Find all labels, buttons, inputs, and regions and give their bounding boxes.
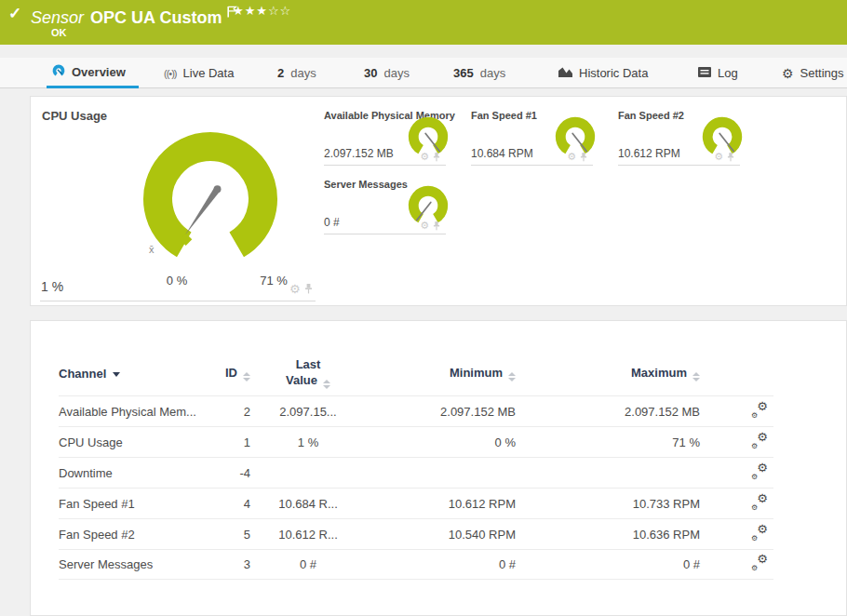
sort-arrows-icon xyxy=(243,372,250,382)
mini-panel-tools: ⚙ xyxy=(714,152,734,162)
mini-gauge-fan-speed-2: Fan Speed #2 10.612 RPM ⚙ xyxy=(618,106,740,166)
tab-label: Live Data xyxy=(183,66,235,80)
channel-settings-icon[interactable]: ⚙⚙ xyxy=(751,495,768,510)
channel-maximum: 71 % xyxy=(516,435,700,449)
page-title: OPC UA Custom xyxy=(90,8,222,27)
channel-last-value: 1 % xyxy=(262,435,355,449)
tab-2-days[interactable]: 2 days xyxy=(277,58,316,88)
cpu-usage-gauge xyxy=(136,125,285,274)
object-kind-label: Sensor xyxy=(31,8,84,27)
cpu-current-value: 1 % xyxy=(41,279,63,294)
tab-overview[interactable]: Overview xyxy=(47,58,139,88)
mini-gauge-title: Fan Speed #2 xyxy=(618,110,684,121)
sort-arrows-icon xyxy=(692,372,700,382)
tab-label: Overview xyxy=(72,65,126,79)
tab-number: 2 xyxy=(277,66,284,80)
tab-label: Settings xyxy=(800,66,844,80)
sensor-title-line: SensorOPC UA Custom xyxy=(31,3,237,28)
channel-maximum: 2.097.152 MB xyxy=(516,405,700,419)
column-header-label: Channel xyxy=(59,367,106,381)
column-header-label: ID xyxy=(225,366,237,380)
gear-icon[interactable]: ⚙ xyxy=(420,152,429,162)
mini-panel-tools: ⚙ xyxy=(567,152,587,162)
channel-name: Fan Speed #1 xyxy=(59,497,215,511)
channel-maximum: 0 # xyxy=(516,557,700,571)
column-header-label: Maximum xyxy=(631,366,687,380)
mini-gauge-value: 0 # xyxy=(324,216,340,229)
mini-gauge-available-physical-memory: Available Physical Memory 2.097.152 MB ⚙ xyxy=(324,106,446,166)
primary-gauge-title: CPU Usage xyxy=(42,109,107,123)
channels-table-panel: Channel ID LastValue Minimum Maximum Ava… xyxy=(30,320,847,616)
gear-icon[interactable]: ⚙ xyxy=(420,221,429,231)
sensor-status-header: ✓ SensorOPC UA Custom ★★★☆☆ OK xyxy=(0,0,847,45)
sensor-overview-page: ✓ SensorOPC UA Custom ★★★☆☆ OK Overview … xyxy=(0,0,847,616)
sort-arrows-icon xyxy=(508,372,516,382)
channels-table: Channel ID LastValue Minimum Maximum Ava… xyxy=(59,351,773,580)
log-icon xyxy=(698,66,711,80)
divider xyxy=(40,301,316,301)
channel-settings-icon[interactable]: ⚙⚙ xyxy=(751,434,768,449)
mini-panel-tools: ⚙ xyxy=(420,152,440,162)
table-row: Available Physical Mem... 2 2.097.15... … xyxy=(59,395,773,426)
channel-id: 1 xyxy=(215,435,250,449)
mini-gauge-title: Fan Speed #1 xyxy=(471,110,537,121)
tab-historic-data[interactable]: Historic Data xyxy=(558,58,648,88)
channel-maximum: 10.733 RPM xyxy=(516,497,700,511)
sort-caret-down-icon xyxy=(113,372,120,377)
gauge-average-marker: x̄ xyxy=(149,244,155,255)
pin-icon[interactable] xyxy=(580,153,587,162)
mini-gauge-title: Server Messages xyxy=(324,179,408,190)
column-header-maximum[interactable]: Maximum xyxy=(516,366,700,382)
channel-last-value: 10.612 R... xyxy=(262,528,355,542)
channel-id: -4 xyxy=(215,466,250,480)
column-header-channel[interactable]: Channel xyxy=(59,367,215,381)
tab-30-days[interactable]: 30 days xyxy=(364,58,410,88)
tab-label: Historic Data xyxy=(579,66,648,80)
sort-arrows-icon xyxy=(323,380,330,389)
gauge-scale-min: 0 % xyxy=(154,274,200,288)
channel-settings-icon[interactable]: ⚙⚙ xyxy=(751,556,768,570)
channel-name: Fan Speed #2 xyxy=(59,528,215,542)
channel-last-value: 0 # xyxy=(262,557,355,571)
table-row: CPU Usage 1 1 % 0 % 71 % ⚙⚙ xyxy=(59,426,773,457)
table-row: Fan Speed #1 4 10.684 R... 10.612 RPM 10… xyxy=(59,488,773,518)
channel-id: 5 xyxy=(215,528,250,542)
column-header-id[interactable]: ID xyxy=(215,366,250,382)
column-header-minimum[interactable]: Minimum xyxy=(355,366,516,382)
channel-last-value: 10.684 R... xyxy=(262,497,355,511)
column-header-last-value[interactable]: LastValue xyxy=(262,357,355,388)
mini-gauge-value: 2.097.152 MB xyxy=(324,147,394,160)
stars-filled: ★★★ xyxy=(233,4,268,18)
pin-icon[interactable] xyxy=(727,153,734,162)
tab-live-data[interactable]: ((•)) Live Data xyxy=(164,58,234,88)
channel-minimum: 0 # xyxy=(355,557,516,571)
column-header-label: Value xyxy=(286,373,317,387)
tab-unit: days xyxy=(383,66,409,80)
channel-settings-icon[interactable]: ⚙⚙ xyxy=(751,403,768,418)
gear-icon[interactable]: ⚙ xyxy=(714,152,723,162)
channel-id: 4 xyxy=(215,497,250,511)
channel-settings-icon[interactable]: ⚙⚙ xyxy=(751,464,768,479)
channel-settings-icon[interactable]: ⚙⚙ xyxy=(751,526,768,541)
table-row: Server Messages 3 0 # 0 # 0 # ⚙⚙ xyxy=(59,549,773,580)
channel-id: 2 xyxy=(215,405,250,419)
channel-name: Downtime xyxy=(59,466,215,480)
table-header-row: Channel ID LastValue Minimum Maximum xyxy=(59,351,773,395)
gear-icon[interactable]: ⚙ xyxy=(289,283,301,295)
gear-icon[interactable]: ⚙ xyxy=(567,152,576,162)
pin-icon[interactable] xyxy=(433,221,440,231)
channel-name: Available Physical Mem... xyxy=(59,405,215,419)
tab-365-days[interactable]: 365 days xyxy=(453,58,505,88)
mini-gauge-server-messages: Server Messages 0 # ⚙ xyxy=(324,175,446,234)
tab-number: 365 xyxy=(453,66,474,80)
broadcast-icon: ((•)) xyxy=(164,68,177,79)
pin-icon[interactable] xyxy=(304,284,313,294)
pin-icon[interactable] xyxy=(433,153,440,162)
tab-log[interactable]: Log xyxy=(698,58,738,88)
tab-settings[interactable]: ⚙ Settings xyxy=(782,58,844,88)
sensor-tab-bar: Overview ((•)) Live Data 2 days 30 days … xyxy=(0,58,847,88)
mini-gauge-value: 10.612 RPM xyxy=(618,147,680,160)
channel-minimum: 10.540 RPM xyxy=(355,528,516,542)
status-badge: OK xyxy=(51,27,67,38)
priority-stars[interactable]: ★★★☆☆ xyxy=(233,4,291,18)
